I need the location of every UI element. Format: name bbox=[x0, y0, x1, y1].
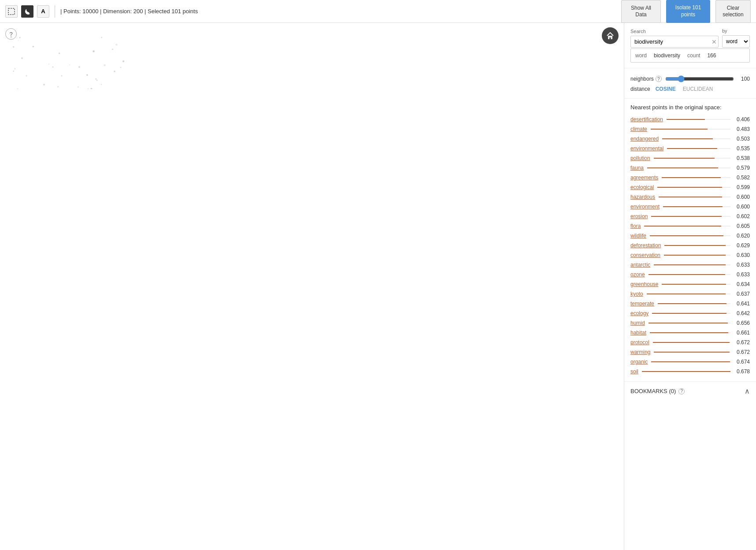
nearest-item-link[interactable]: endangered bbox=[630, 136, 659, 142]
nearest-item: organic 0.674 bbox=[630, 357, 750, 366]
nearest-item: climate 0.483 bbox=[630, 125, 750, 134]
nearest-item-bar bbox=[642, 371, 730, 372]
nearest-item: pollution 0.538 bbox=[630, 154, 750, 163]
nearest-item: deforestation 0.629 bbox=[630, 241, 750, 250]
nearest-item: soil 0.678 bbox=[630, 367, 750, 376]
nearest-item-link[interactable]: protocol bbox=[630, 339, 649, 346]
svg-point-607 bbox=[112, 48, 113, 50]
nearest-item-link[interactable]: antarctic bbox=[630, 262, 650, 268]
night-mode-icon[interactable] bbox=[21, 5, 33, 18]
clear-selection-button[interactable]: Clear selection bbox=[715, 0, 751, 23]
nearest-item-bar-wrap bbox=[649, 274, 730, 275]
nearest-item-value: 0.600 bbox=[734, 204, 750, 210]
nearest-item-link[interactable]: kyoto bbox=[630, 291, 643, 297]
nearest-item-bar-wrap bbox=[642, 371, 730, 372]
nearest-item-value: 0.629 bbox=[734, 242, 750, 249]
nearest-item-bar bbox=[658, 303, 726, 304]
nearest-item-link[interactable]: warming bbox=[630, 349, 650, 355]
nearest-item-bar bbox=[657, 187, 722, 188]
svg-point-208 bbox=[61, 75, 63, 77]
neighbors-slider[interactable] bbox=[665, 75, 734, 82]
nearest-item-link[interactable]: deforestation bbox=[630, 242, 661, 249]
search-input-wrap: Search ✕ bbox=[630, 29, 719, 48]
nearest-item-bar bbox=[649, 274, 725, 275]
distance-euclidean[interactable]: EUCLIDEAN bbox=[681, 85, 715, 93]
nearest-item: antarctic 0.633 bbox=[630, 260, 750, 269]
nearest-item: erosion 0.602 bbox=[630, 212, 750, 221]
bookmarks-section[interactable]: BOOKMARKS (0) ? ∧ bbox=[624, 381, 756, 401]
nearest-item: conservation 0.630 bbox=[630, 251, 750, 260]
divider bbox=[55, 5, 55, 18]
nearest-item-link[interactable]: ozone bbox=[630, 271, 645, 278]
nearest-item-link[interactable]: temperate bbox=[630, 301, 654, 307]
nearest-item-link[interactable]: wildlife bbox=[630, 233, 646, 239]
text-icon[interactable]: A bbox=[37, 5, 49, 18]
neighbors-value: 100 bbox=[737, 76, 750, 82]
search-by-select[interactable]: word vector bbox=[722, 35, 750, 48]
distance-label: distance bbox=[630, 86, 650, 92]
nearest-item-link[interactable]: climate bbox=[630, 126, 647, 132]
nearest-item-link[interactable]: environmental bbox=[630, 145, 663, 152]
nearest-item-value: 0.630 bbox=[734, 252, 750, 258]
stats-text: | Points: 10000 | Dimension: 200 | Selec… bbox=[60, 8, 198, 15]
canvas-area[interactable]: ? biodiversityunpavedtankerrunwaysprecip… bbox=[0, 23, 624, 550]
nearest-item-bar bbox=[654, 264, 725, 265]
nearest-item: protocol 0.672 bbox=[630, 338, 750, 347]
nearest-item-bar-wrap bbox=[654, 352, 730, 353]
bookmarks-collapse-icon[interactable]: ∧ bbox=[745, 387, 750, 395]
clear-input-button[interactable]: ✕ bbox=[712, 38, 717, 45]
nearest-item-link[interactable]: hazardous bbox=[630, 194, 655, 200]
svg-point-869 bbox=[93, 50, 94, 52]
svg-point-207 bbox=[78, 66, 80, 68]
search-by-wrap: by word vector bbox=[722, 28, 750, 48]
nearest-item-bar-wrap bbox=[644, 226, 730, 227]
nearest-title: Nearest points in the original space: bbox=[630, 104, 750, 111]
nearest-item-link[interactable]: greenhouse bbox=[630, 281, 658, 287]
nearest-item-link[interactable]: environment bbox=[630, 204, 660, 210]
nearest-item-bar bbox=[667, 119, 705, 120]
select-rect-icon[interactable] bbox=[5, 5, 18, 18]
nearest-item-bar-wrap bbox=[667, 119, 730, 120]
nearest-section: Nearest points in the original space: de… bbox=[624, 99, 756, 381]
nearest-item-link[interactable]: fauna bbox=[630, 165, 644, 171]
nearest-item-bar-wrap bbox=[653, 342, 730, 343]
nearest-item-value: 0.503 bbox=[734, 136, 750, 142]
nearest-item-value: 0.579 bbox=[734, 165, 750, 171]
nearest-item-link[interactable]: humid bbox=[630, 320, 645, 326]
nearest-item-link[interactable]: desertification bbox=[630, 116, 663, 123]
home-button[interactable] bbox=[602, 27, 619, 44]
nearest-item-bar bbox=[649, 323, 728, 323]
nearest-item-link[interactable]: erosion bbox=[630, 213, 648, 219]
nearest-item-value: 0.641 bbox=[734, 301, 750, 307]
nearest-item-link[interactable]: flora bbox=[630, 223, 641, 229]
nearest-item-value: 0.605 bbox=[734, 223, 750, 229]
nearest-item-link[interactable]: soil bbox=[630, 368, 638, 375]
search-input[interactable] bbox=[630, 36, 719, 48]
nearest-item-link[interactable]: pollution bbox=[630, 155, 650, 161]
bookmarks-help-icon[interactable]: ? bbox=[678, 388, 685, 394]
isolate-points-button[interactable]: Isolate 101 points bbox=[666, 0, 710, 23]
nearest-item-link[interactable]: organic bbox=[630, 359, 648, 365]
nearest-item-value: 0.538 bbox=[734, 155, 750, 161]
show-all-data-button[interactable]: Show All Data bbox=[621, 0, 661, 23]
neighbors-help-icon[interactable]: ? bbox=[656, 76, 662, 82]
distance-cosine[interactable]: COSINE bbox=[654, 85, 678, 93]
nearest-item-link[interactable]: habitat bbox=[630, 330, 646, 336]
nearest-item-link[interactable]: agreements bbox=[630, 175, 658, 181]
nearest-item-link[interactable]: ecological bbox=[630, 184, 654, 190]
nearest-item-link[interactable]: conservation bbox=[630, 252, 660, 258]
svg-point-356 bbox=[13, 71, 14, 71]
svg-point-446 bbox=[59, 52, 60, 54]
nearest-item: habitat 0.661 bbox=[630, 328, 750, 337]
nearest-item-bar-wrap bbox=[657, 187, 730, 188]
main-area: ? biodiversityunpavedtankerrunwaysprecip… bbox=[0, 23, 756, 550]
nearest-item-bar-wrap bbox=[647, 294, 730, 294]
search-result-row: word biodiversity count 166 bbox=[635, 52, 745, 59]
svg-point-209 bbox=[43, 84, 45, 85]
nearest-item-bar bbox=[654, 158, 715, 159]
top-bar: A | Points: 10000 | Dimension: 200 | Sel… bbox=[0, 0, 756, 23]
nearest-item-value: 0.620 bbox=[734, 233, 750, 239]
nearest-item-link[interactable]: ecology bbox=[630, 310, 649, 316]
svg-point-275 bbox=[78, 86, 79, 88]
distance-row: distance COSINE EUCLIDEAN bbox=[630, 85, 750, 93]
